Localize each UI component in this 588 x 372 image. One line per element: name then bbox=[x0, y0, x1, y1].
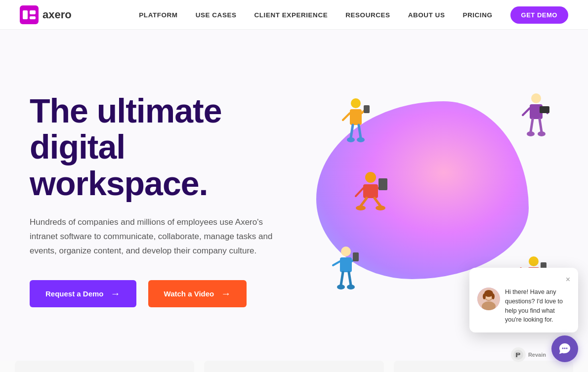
logo-icon bbox=[20, 5, 39, 24]
svg-point-20 bbox=[527, 131, 535, 136]
svg-point-40 bbox=[529, 256, 539, 266]
svg-point-56 bbox=[562, 348, 564, 349]
svg-rect-2 bbox=[30, 10, 36, 14]
btn-video-label: Watch a Video bbox=[164, 289, 214, 298]
illustration-person-3 bbox=[351, 170, 390, 215]
btn-video-arrow: → bbox=[221, 288, 231, 299]
chat-message: Hi there! Have any questions? I'd love t… bbox=[505, 288, 570, 325]
revain-icon bbox=[511, 347, 526, 362]
svg-line-10 bbox=[359, 125, 361, 138]
svg-line-9 bbox=[351, 125, 353, 138]
navigation: axero PLATFORM USE CASES CLIENT EXPERIEN… bbox=[0, 0, 588, 30]
svg-point-54 bbox=[483, 293, 486, 299]
nav-platform[interactable]: PLATFORM bbox=[139, 11, 177, 19]
svg-line-37 bbox=[349, 272, 351, 285]
svg-rect-0 bbox=[20, 5, 39, 24]
bottom-cards bbox=[0, 361, 588, 372]
svg-point-29 bbox=[356, 206, 366, 210]
chat-close-button[interactable]: × bbox=[566, 276, 570, 284]
btn-demo-arrow: → bbox=[111, 288, 121, 299]
chat-widget: × Hi there! Have any questions? I'd love… bbox=[469, 268, 578, 332]
svg-point-31 bbox=[341, 247, 351, 256]
hero-content: The ultimate digital workspace. Hundreds… bbox=[30, 93, 306, 307]
hero-subtitle: Hundreds of companies and millions of em… bbox=[30, 215, 287, 258]
hero-title: The ultimate digital workspace. bbox=[30, 93, 306, 202]
svg-point-13 bbox=[531, 93, 541, 103]
svg-rect-32 bbox=[340, 257, 352, 272]
bottom-card-1 bbox=[15, 361, 194, 372]
svg-point-22 bbox=[365, 172, 376, 183]
nav-about-us[interactable]: ABOUT US bbox=[408, 11, 445, 19]
svg-line-24 bbox=[356, 188, 363, 196]
svg-point-30 bbox=[376, 206, 385, 210]
illustration-person-2 bbox=[519, 91, 553, 141]
svg-point-11 bbox=[347, 137, 355, 142]
watch-video-button[interactable]: Watch a Video → bbox=[148, 280, 247, 307]
chat-avatar bbox=[477, 288, 500, 310]
logo[interactable]: axero bbox=[20, 5, 72, 24]
nav-pricing[interactable]: PRICING bbox=[462, 11, 492, 19]
revain-badge: Revain bbox=[511, 347, 546, 362]
svg-point-39 bbox=[347, 285, 355, 289]
svg-line-28 bbox=[375, 198, 380, 206]
svg-point-21 bbox=[538, 131, 546, 136]
chat-body: Hi there! Have any questions? I'd love t… bbox=[477, 288, 570, 325]
svg-rect-17 bbox=[540, 106, 549, 113]
nav-get-demo[interactable]: GET DEMO bbox=[510, 6, 569, 24]
svg-point-12 bbox=[357, 137, 365, 142]
svg-line-18 bbox=[531, 119, 533, 132]
svg-point-57 bbox=[564, 348, 566, 349]
svg-rect-3 bbox=[30, 16, 36, 19]
bottom-card-2 bbox=[204, 361, 383, 372]
illustration-person-4 bbox=[331, 245, 361, 294]
request-demo-button[interactable]: Request a Demo → bbox=[30, 280, 136, 307]
chat-open-button[interactable] bbox=[551, 335, 578, 362]
svg-rect-35 bbox=[353, 252, 359, 261]
svg-line-6 bbox=[343, 113, 350, 120]
btn-demo-label: Request a Demo bbox=[45, 289, 104, 298]
svg-line-27 bbox=[361, 198, 367, 206]
svg-rect-5 bbox=[350, 109, 362, 125]
chat-icon bbox=[558, 342, 571, 355]
nav-links: PLATFORM USE CASES CLIENT EXPERIENCE RES… bbox=[139, 10, 568, 19]
svg-line-36 bbox=[341, 272, 343, 285]
svg-rect-23 bbox=[363, 184, 378, 198]
illustration-person-1 bbox=[341, 96, 371, 146]
svg-point-4 bbox=[351, 98, 361, 108]
hero-buttons: Request a Demo → Watch a Video → bbox=[30, 280, 306, 307]
revain-label: Revain bbox=[528, 352, 546, 358]
chat-header: × bbox=[477, 276, 570, 284]
svg-rect-8 bbox=[364, 105, 370, 113]
nav-use-cases[interactable]: USE CASES bbox=[196, 11, 237, 19]
svg-point-58 bbox=[566, 348, 568, 349]
nav-resources[interactable]: RESOURCES bbox=[345, 11, 390, 19]
logo-text: axero bbox=[42, 8, 72, 21]
svg-point-55 bbox=[492, 293, 495, 299]
svg-rect-1 bbox=[23, 10, 28, 19]
svg-line-15 bbox=[523, 108, 530, 115]
svg-point-38 bbox=[337, 285, 345, 289]
svg-line-19 bbox=[540, 119, 542, 132]
svg-line-33 bbox=[333, 261, 340, 265]
nav-client-experience[interactable]: CLIENT EXPERIENCE bbox=[254, 11, 328, 19]
svg-rect-26 bbox=[378, 178, 387, 190]
bottom-card-3 bbox=[394, 361, 573, 372]
avatar-image bbox=[477, 288, 500, 310]
revain-logo-icon bbox=[513, 350, 523, 360]
